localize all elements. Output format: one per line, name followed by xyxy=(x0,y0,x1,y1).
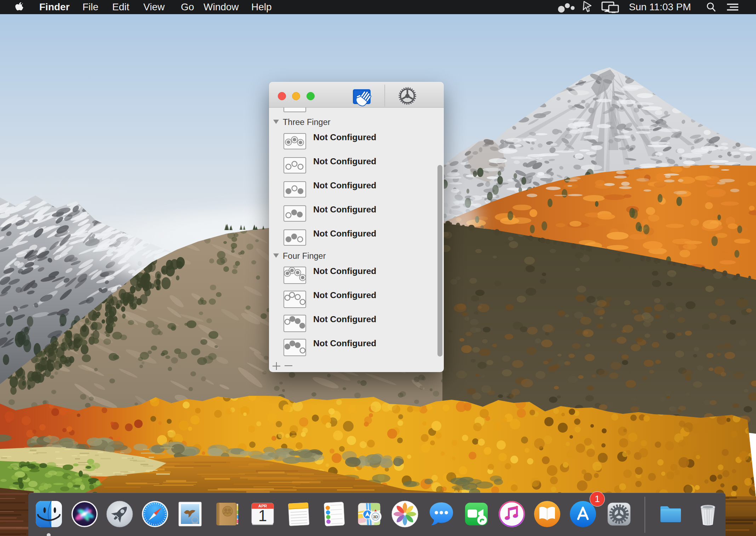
svg-text:1: 1 xyxy=(258,507,267,524)
svg-text:3D: 3D xyxy=(373,515,378,519)
